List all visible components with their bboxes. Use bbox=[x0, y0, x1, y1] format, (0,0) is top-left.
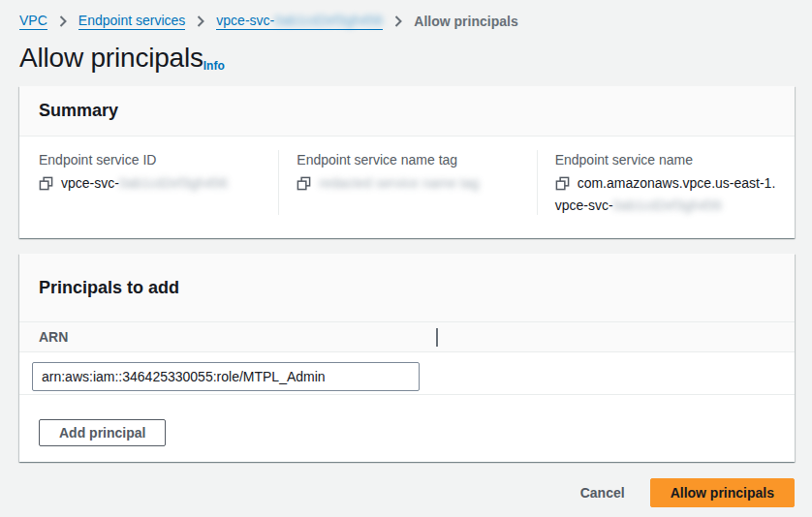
copy-icon[interactable] bbox=[555, 176, 570, 196]
summary-field-endpoint-service-id: Endpoint service ID vpce-svc-0ab1cd2ef3g… bbox=[19, 150, 278, 215]
field-label: Endpoint service name tag bbox=[297, 150, 520, 169]
page-title: Allow principals bbox=[19, 43, 203, 73]
summary-card-header: Summary bbox=[19, 86, 795, 137]
page: VPC Endpoint services vpce-svc-0ab1cd2ef… bbox=[0, 0, 812, 507]
value-prefix: vpce-svc- bbox=[61, 175, 119, 191]
field-label: Endpoint service name bbox=[555, 150, 779, 169]
breadcrumb-service-id-link[interactable]: vpce-svc-0ab1cd2ef3gh456 bbox=[216, 13, 383, 30]
breadcrumb: VPC Endpoint services vpce-svc-0ab1cd2ef… bbox=[19, 0, 795, 30]
service-id-redacted: 0ab1cd2ef3gh456 bbox=[274, 13, 383, 28]
summary-body: Endpoint service ID vpce-svc-0ab1cd2ef3g… bbox=[19, 137, 795, 238]
add-principal-button[interactable]: Add principal bbox=[39, 419, 166, 446]
value-redacted: 0ab1cd2ef3gh456 bbox=[613, 198, 722, 213]
value-redacted: redacted service name tag bbox=[319, 175, 479, 191]
service-id-prefix: vpce-svc- bbox=[216, 13, 274, 28]
page-title-row: Allow principalsInfo bbox=[19, 43, 795, 74]
column-resize-handle[interactable] bbox=[436, 328, 438, 347]
value-redacted: 0ab1cd2ef3gh456 bbox=[119, 175, 228, 191]
breadcrumb-vpc-link[interactable]: VPC bbox=[19, 13, 47, 30]
field-value: com.amazonaws.vpce.us-east-1.vpce-svc-0a… bbox=[555, 173, 779, 215]
arn-table-header-row: ARN bbox=[19, 322, 795, 352]
copy-icon[interactable] bbox=[39, 176, 53, 196]
summary-card: Summary Endpoint service ID vpce-svc-0ab… bbox=[19, 86, 795, 238]
principals-card-footer: Add principal bbox=[19, 395, 795, 462]
summary-title: Summary bbox=[39, 101, 775, 121]
chevron-right-icon bbox=[59, 15, 67, 27]
form-actions: Cancel Allow principals bbox=[19, 478, 795, 507]
principals-card-header: Principals to add bbox=[19, 254, 795, 322]
field-value: redacted service name tag bbox=[297, 173, 520, 196]
field-label: Endpoint service ID bbox=[39, 150, 263, 169]
arn-input[interactable] bbox=[32, 362, 420, 391]
allow-principals-button[interactable]: Allow principals bbox=[650, 478, 795, 507]
info-link[interactable]: Info bbox=[203, 59, 225, 73]
arn-column-header: ARN bbox=[39, 329, 68, 345]
summary-field-endpoint-service-name: Endpoint service name com.amazonaws.vpce… bbox=[537, 150, 795, 215]
field-value: vpce-svc-0ab1cd2ef3gh456 bbox=[39, 173, 263, 196]
copy-icon[interactable] bbox=[297, 176, 311, 196]
cancel-button[interactable]: Cancel bbox=[580, 485, 625, 501]
summary-field-endpoint-service-name-tag: Endpoint service name tag redacted servi… bbox=[278, 150, 536, 215]
chevron-right-icon bbox=[394, 15, 402, 27]
breadcrumb-endpoint-services-link[interactable]: Endpoint services bbox=[78, 13, 186, 30]
principals-card: Principals to add ARN Add principal bbox=[19, 254, 795, 462]
breadcrumb-current-page: Allow principals bbox=[414, 14, 517, 29]
chevron-right-icon bbox=[197, 15, 204, 27]
principals-title: Principals to add bbox=[39, 278, 775, 298]
arn-input-row bbox=[19, 352, 795, 395]
